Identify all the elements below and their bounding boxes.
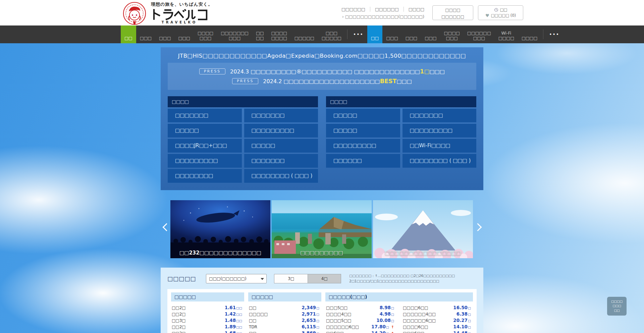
table-link[interactable]: □□□□□□□	[244, 109, 318, 122]
table-link[interactable]: □□Wi-Fi□□□□	[402, 139, 477, 153]
tab-month-3[interactable]: 3□	[274, 274, 308, 283]
price-row[interactable]: □□3□1.48□□	[171, 317, 244, 323]
table-link[interactable]: □□□□□□	[326, 154, 400, 168]
travelko-logotype	[151, 8, 208, 20]
price-row[interactable]: □□□□□□6□□17.80□↑	[325, 323, 396, 330]
table-link[interactable]: □□□□□□□	[168, 109, 242, 122]
prev-arrow-icon[interactable]	[162, 221, 169, 234]
table-link[interactable]: □□□□□	[326, 124, 400, 137]
hotel-price-column: □□□□□ □□2□1.61□□ □□2□1.42□□ □□3□1.48□□ □…	[171, 292, 244, 333]
carousel-slide-fuji[interactable]: □□□□□□□□□□□□□□□□	[373, 200, 473, 258]
nav-item-domestic-8[interactable]: □□□□□	[291, 25, 318, 43]
price-row[interactable]: □□2□1.61□□	[171, 304, 244, 311]
table-link[interactable]: □□□□□	[326, 109, 400, 122]
chevron-right-icon: ›	[342, 14, 344, 19]
table-link[interactable]: □□□□□	[168, 124, 242, 137]
nav-item-overseas-2[interactable]: □□□	[402, 25, 421, 43]
price-row[interactable]: □□□□4□□4.98□	[325, 311, 396, 317]
slide-caption: □□232□□□□□□□□□□□□□	[170, 250, 270, 256]
favorites-label: □□□□□ (0)	[491, 13, 516, 18]
overseas-table-header: □□□□	[326, 96, 476, 107]
nav-item-overseas-5[interactable]: □□□□□□□□□	[464, 25, 495, 43]
press-badge: PRESS	[199, 68, 225, 74]
table-link[interactable]: □□□□□	[244, 139, 318, 153]
price-row[interactable]: □□□□6□□16.50□	[402, 304, 473, 311]
main-nav: □□ □□□ □□□ □□□ □□□□□□□ □□□□□□□□□□ □□□□ □…	[0, 25, 644, 43]
price-row[interactable]: □□6□□14.20□↑	[325, 330, 396, 333]
nav-item-domestic-7[interactable]: □□□□□□□□	[268, 25, 291, 43]
price-row[interactable]: □□□6□□14.48□	[402, 330, 473, 333]
nav-item-domestic-5[interactable]: □□□□□□□□□□	[217, 25, 252, 43]
price-row[interactable]: □□□5□□8.98□	[325, 304, 396, 311]
nav-item-domestic-top[interactable]: □□	[121, 25, 136, 43]
breadcrumb[interactable]: ›□□□□□□□□□□□□□□(□□□□□□)	[341, 14, 424, 19]
nav-item-overseas-7[interactable]: □□□□	[518, 25, 541, 43]
nav-divider	[543, 30, 543, 39]
price-row[interactable]: □□□□□□4□□6.38□	[402, 311, 473, 317]
history-clock-icon	[494, 8, 498, 12]
nav-group-overseas: □□ □□□ □□□ □□□ □□□□□□□ □□□□□□□□□ Wi-Fi□□…	[367, 25, 563, 43]
nav-item-domestic-4[interactable]: □□□□□□□	[194, 25, 217, 43]
price-row[interactable]: □□□□5□□10.08□	[325, 317, 396, 323]
nav-item-wifi-rental[interactable]: Wi-Fi□□□□	[495, 25, 518, 43]
table-link[interactable]: □□□□□□□□□	[402, 124, 477, 137]
price-row[interactable]: □□□□6□□14.10□	[402, 323, 473, 330]
nav-more-domestic[interactable]: •••	[350, 25, 367, 43]
next-arrow-icon[interactable]	[475, 221, 482, 234]
table-link[interactable]: □□□□□□□□ ( □□□ )	[402, 154, 477, 168]
site-logo[interactable]: 理想の旅を、いちばん安く。 TRAVELKO	[121, 0, 213, 25]
nav-item-domestic-2[interactable]: □□□	[155, 25, 174, 43]
nav-item-overseas-4[interactable]: □□□□□□□	[440, 25, 464, 43]
nav-item-domestic-3[interactable]: □□□	[175, 25, 194, 43]
top-link-1[interactable]: □□□□□□	[341, 7, 365, 12]
feature-carousel: □□232□□□□□□□□□□□□□ □□□□□□□□□	[170, 200, 474, 258]
nav-item-overseas-top[interactable]: □□	[367, 25, 383, 43]
table-link[interactable]: □□□□JR□□+□□□	[168, 139, 242, 153]
price-row[interactable]: □□□□□2,971□	[248, 311, 321, 317]
page-top-button[interactable]: □□□□ □□□ □□	[607, 297, 627, 316]
table-link[interactable]: □□□□□□□□□	[326, 139, 400, 153]
price-row[interactable]: TDR6,115□	[248, 323, 321, 330]
area-select[interactable]: □□□(□□□□□□)	[206, 274, 267, 283]
ticket-price-column: □□□□□ □□2,349□ □□□□□2,971□ □□2,653□ TDR6…	[248, 292, 321, 333]
site-headline: JTB□HIS□□□□□□□□□□□□Agoda□Expedia□Booking…	[168, 53, 476, 59]
nav-item-domestic-9[interactable]: □□□□□□□□	[318, 25, 345, 43]
price-row[interactable]: □□3,869□	[248, 330, 321, 333]
login-mypage-button[interactable]: □□□□ □□□□□□	[432, 5, 473, 20]
table-link[interactable]: □□□□□□□□□	[244, 124, 318, 137]
table-link[interactable]: □□□□□□□	[244, 154, 318, 168]
price-row[interactable]: □□2,653□	[248, 317, 321, 323]
press-badge: PRESS	[232, 78, 258, 84]
tab-month-4[interactable]: 4□	[308, 274, 341, 283]
panel-note: □□□□□□□ : ↑…□□□□□□□□□ □2□26□□□□□□□□□□ 2□…	[349, 273, 455, 284]
carousel-slide-hawaii[interactable]: □□□□□□□□□	[272, 200, 372, 258]
price-row[interactable]: □□2,349□	[248, 304, 321, 311]
history-label: □□	[500, 7, 507, 13]
carousel-slide-aquarium[interactable]: □□232□□□□□□□□□□□□□	[170, 200, 270, 258]
price-row[interactable]: □□□□□□6□□20.27□	[402, 317, 473, 323]
nav-item-domestic-6[interactable]: □□□□	[252, 25, 268, 43]
table-link[interactable]: □□□□□□□□□	[168, 154, 242, 168]
nav-more-overseas[interactable]: •••	[545, 25, 563, 43]
heart-icon: ♥	[485, 13, 489, 18]
table-link[interactable]: □□□□□□□□ ( □□□ )	[244, 169, 318, 183]
press-release-link-2[interactable]: PRESS 2024.2 □□□□□□□□□□□□□□□□□□□BEST□□□	[168, 76, 476, 86]
price-row[interactable]: □□2□1.89□□	[171, 323, 244, 330]
nav-item-overseas-1[interactable]: □□□	[382, 25, 401, 43]
price-row[interactable]: □□2□1.42□□	[171, 311, 244, 317]
top-link-2[interactable]: □□□□□□	[370, 7, 399, 12]
price-row[interactable]: □□2□1.68□□	[171, 330, 244, 333]
column-header: □□□□□	[248, 292, 321, 301]
top-link-3[interactable]: □□□□	[404, 7, 424, 12]
nav-item-domestic-1[interactable]: □□□	[136, 25, 155, 43]
ellipsis-icon: •••	[353, 32, 364, 37]
table-link[interactable]: □□□□□□□□	[168, 169, 242, 183]
lowest-price-panel: □□□□□ □□□(□□□□□□) 3□ 4□ □□□□□□□ : ↑…□□□□…	[161, 268, 483, 333]
table-link[interactable]: □□□□□□□	[402, 109, 477, 122]
column-header: □□□□□	[171, 292, 244, 301]
nav-item-overseas-3[interactable]: □□□	[421, 25, 440, 43]
logo-tagline: 理想の旅を、いちばん安く。	[151, 1, 213, 7]
history-favorites-button[interactable]: □□ ♥ □□□□□ (0)	[478, 5, 523, 20]
press-release-link-1[interactable]: PRESS 2024.3 □□□□□□□□□®□□□□□□□□□□ □□□□□□…	[168, 66, 476, 76]
nav-group-domestic: □□ □□□ □□□ □□□ □□□□□□□ □□□□□□□□□□ □□□□ □…	[121, 25, 367, 43]
